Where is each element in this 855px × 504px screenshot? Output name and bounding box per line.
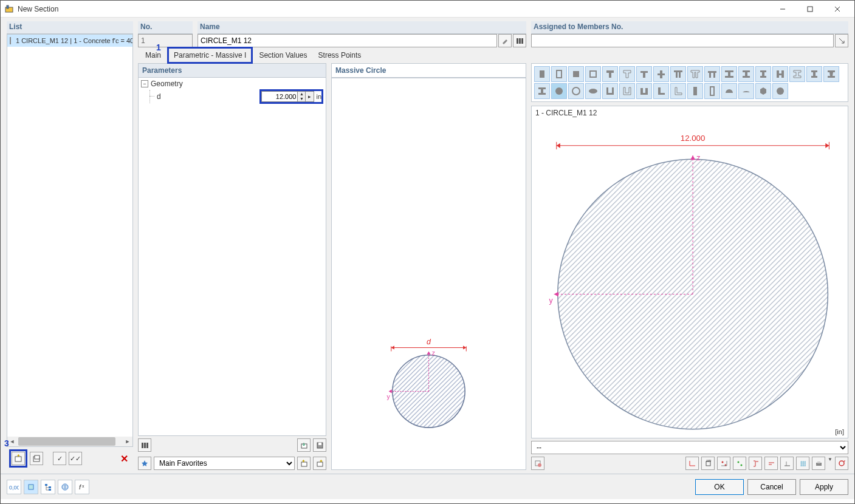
tab-section-values[interactable]: Section Values [254, 49, 312, 62]
tab-main[interactable]: Main [140, 49, 166, 62]
fav-add-button-2[interactable]: ✦ [313, 457, 326, 470]
tree-button[interactable] [41, 480, 55, 494]
tab-stress-points[interactable]: Stress Points [314, 49, 366, 62]
check-all-button[interactable]: ✓✓ [69, 452, 82, 465]
view-rect-button[interactable] [24, 480, 38, 494]
vert-flip-button[interactable] [749, 457, 762, 470]
globe-button[interactable] [58, 480, 72, 494]
shape-t4-icon[interactable] [653, 66, 669, 82]
shape-ih-icon[interactable] [772, 66, 788, 82]
shape-tt1-icon[interactable] [670, 66, 686, 82]
shape-half-icon[interactable] [721, 83, 737, 99]
shape-hex-icon[interactable] [755, 83, 771, 99]
import-button[interactable] [297, 438, 311, 452]
svg-point-56 [741, 465, 743, 466]
shape-i2-icon[interactable] [755, 66, 771, 82]
points-toggle-button[interactable] [717, 457, 730, 470]
shape-i3-icon[interactable] [789, 66, 805, 82]
svg-rect-10 [517, 38, 518, 44]
shape-square-icon[interactable] [568, 66, 584, 82]
no-input [138, 34, 193, 47]
shape-ttr-icon[interactable] [704, 66, 720, 82]
shape-iw-icon[interactable] [823, 66, 839, 82]
svg-point-37 [589, 89, 597, 94]
shape-l1-icon[interactable] [653, 83, 669, 99]
shape-u1-icon[interactable] [602, 83, 618, 99]
pick-members-button[interactable] [835, 34, 848, 47]
name-input[interactable] [197, 34, 497, 47]
shape-oct-icon[interactable] [772, 83, 788, 99]
horiz-flip-button[interactable] [764, 457, 778, 470]
copy-item-button[interactable] [30, 452, 43, 465]
scroll-thumb[interactable] [18, 437, 115, 446]
shape-ix-icon[interactable] [534, 83, 550, 99]
geometry-group[interactable]: − Geometry [139, 78, 326, 90]
edit-name-button[interactable] [498, 34, 512, 47]
favorite-star-button[interactable] [138, 457, 151, 470]
favorites-select[interactable]: Main Favorites [154, 457, 295, 470]
library-button-2[interactable] [138, 438, 151, 452]
shape-square2-icon[interactable] [585, 66, 601, 82]
list-column: List 1 CIRCLE_M1 12 | 1 - Concrete f'c =… [7, 21, 133, 470]
assigned-input[interactable] [531, 34, 834, 47]
shape-circle-icon[interactable] [551, 83, 567, 99]
shape-t3-icon[interactable] [636, 66, 652, 82]
baseline-button[interactable] [780, 457, 794, 470]
scroll-right-icon[interactable]: ► [123, 437, 132, 446]
minimize-button[interactable] [769, 1, 796, 18]
svg-text:y: y [387, 393, 391, 400]
new-section-window: New Section List 1 CIRCLE_M1 12 | 1 - Co… [0, 0, 855, 504]
svg-rect-63 [29, 485, 33, 489]
shape-tt2-icon[interactable] [687, 66, 703, 82]
library-button[interactable] [513, 34, 526, 47]
shape-seg-icon[interactable] [738, 83, 754, 99]
shape-rect3-icon[interactable] [687, 83, 703, 99]
grid-toggle-button[interactable] [796, 457, 809, 470]
list-body: 1 CIRCLE_M1 12 | 1 - Concrete f'c = 40 ◄… [7, 34, 133, 447]
check-button[interactable]: ✓ [53, 452, 66, 465]
maximize-button[interactable] [796, 1, 823, 18]
cancel-button[interactable]: Cancel [747, 479, 796, 495]
axis-toggle-button[interactable] [685, 457, 699, 470]
shape-rect4-icon[interactable] [704, 83, 720, 99]
shape-tti-icon[interactable] [721, 66, 737, 82]
dim-d-label: d [427, 338, 431, 346]
save-button[interactable] [313, 438, 326, 452]
nodes-toggle-button[interactable] [733, 457, 746, 470]
list-h-scrollbar[interactable]: ◄ ► [7, 437, 132, 446]
param-d-input[interactable] [261, 91, 298, 102]
collapse-icon[interactable]: − [141, 80, 148, 87]
spin-up-button[interactable]: ▲ [298, 92, 305, 97]
shape-i1-icon[interactable] [738, 66, 754, 82]
spin-down-button[interactable]: ▼ [298, 97, 305, 101]
shape-i4-icon[interactable] [806, 66, 822, 82]
delete-button[interactable]: ✕ [117, 452, 131, 465]
shape-palette [531, 63, 848, 102]
list-item[interactable]: 1 CIRCLE_M1 12 | 1 - Concrete f'c = 40 [7, 35, 132, 47]
ok-button[interactable]: OK [695, 479, 744, 495]
svg-point-40 [777, 87, 784, 95]
apply-button[interactable]: Apply [800, 479, 848, 495]
view-options-button[interactable] [531, 457, 544, 470]
units-button[interactable]: 0,00 [7, 480, 21, 494]
shape-l2-icon[interactable] [670, 83, 686, 99]
close-button[interactable] [823, 1, 851, 18]
shape-t1-icon[interactable] [602, 66, 618, 82]
add-item-button[interactable]: ✦ [12, 452, 25, 465]
status-select[interactable]: -- [531, 441, 848, 454]
shape-u3-icon[interactable] [636, 83, 652, 99]
shape-u2-icon[interactable] [619, 83, 635, 99]
print-button[interactable] [812, 457, 825, 470]
shape-rect2-icon[interactable] [551, 66, 567, 82]
dim-toggle-button[interactable]: 100 [701, 457, 715, 470]
fav-add-button[interactable]: ✦ [297, 457, 311, 470]
shape-rect-icon[interactable] [534, 66, 550, 82]
name-group: Name [197, 21, 526, 47]
param-link-button[interactable]: ▸ [306, 91, 314, 102]
shape-t2-icon[interactable] [619, 66, 635, 82]
shape-ellipse-icon[interactable] [585, 83, 601, 99]
function-button[interactable]: fx [75, 480, 89, 494]
tab-parametric[interactable]: Parametric - Massive I [167, 47, 253, 64]
shape-ring-icon[interactable] [568, 83, 584, 99]
refresh-button[interactable] [835, 457, 848, 470]
